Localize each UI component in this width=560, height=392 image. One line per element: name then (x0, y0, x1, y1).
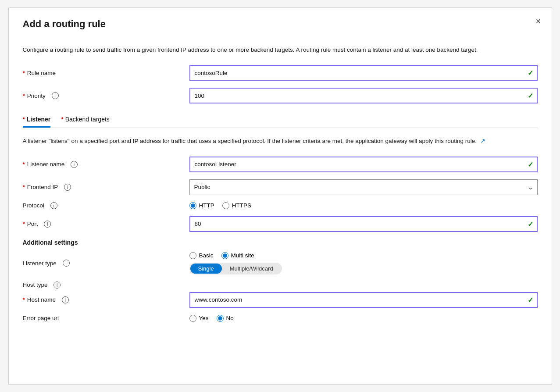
listener-type-info-icon[interactable]: i (63, 260, 70, 267)
error-page-no-option[interactable]: No (217, 315, 234, 322)
protocol-label: Protocol i (23, 202, 189, 209)
host-type-toggle-group: Single Multiple/Wildcard (189, 263, 282, 274)
dialog-description: Configure a routing rule to send traffic… (23, 46, 505, 54)
frontend-ip-row: * Frontend IP i Public Private ⌄ (23, 179, 538, 195)
priority-row: * Priority i ✓ (23, 88, 538, 103)
listener-type-basic-radio[interactable] (189, 252, 196, 259)
host-type-wildcard-button[interactable]: Multiple/Wildcard (222, 264, 281, 274)
port-checkmark: ✓ (528, 220, 533, 228)
frontend-ip-label: * Frontend IP i (23, 184, 189, 191)
additional-settings-section: Additional settings Listener type i Basi… (23, 239, 538, 322)
listener-type-basic-option[interactable]: Basic (189, 252, 214, 259)
external-link-icon[interactable]: ↗ (480, 138, 485, 144)
listener-type-multisite-radio[interactable] (221, 252, 228, 259)
tab-description: A listener "listens" on a specified port… (23, 137, 505, 146)
rule-name-input[interactable] (189, 65, 538, 81)
host-type-label-row: Host type i (23, 282, 538, 289)
protocol-info-icon[interactable]: i (50, 202, 57, 209)
listener-name-info-icon[interactable]: i (71, 161, 78, 168)
listener-name-checkmark: ✓ (528, 160, 533, 168)
listener-type-radio-group: Basic Multi site (189, 252, 538, 259)
port-input-wrapper: ✓ (189, 216, 538, 232)
tab-listener[interactable]: * Listener (23, 112, 51, 128)
frontend-ip-select[interactable]: Public Private (189, 179, 538, 195)
frontend-ip-info-icon[interactable]: i (64, 184, 71, 191)
priority-checkmark: ✓ (528, 92, 533, 100)
error-page-no-radio[interactable] (217, 315, 224, 322)
host-type-single-button[interactable]: Single (190, 264, 222, 274)
priority-input[interactable] (189, 88, 538, 103)
tabs-container: * Listener * Backend targets (23, 112, 538, 128)
priority-input-wrapper: ✓ (189, 88, 538, 103)
frontend-ip-select-wrapper: Public Private ⌄ (189, 179, 538, 195)
host-type-info-icon[interactable]: i (54, 282, 61, 289)
protocol-https-option[interactable]: HTTPS (222, 202, 251, 209)
listener-name-label: * Listener name i (23, 161, 189, 168)
protocol-radio-group: HTTP HTTPS (189, 202, 538, 209)
priority-info-icon[interactable]: i (52, 92, 59, 99)
listener-name-row: * Listener name i ✓ (23, 157, 538, 172)
add-routing-rule-dialog: Add a routing rule × Configure a routing… (8, 7, 552, 385)
listener-type-label: Listener type i (23, 260, 189, 267)
listener-type-row: Listener type i Basic Multi site Sing (23, 252, 538, 274)
port-row: * Port i ✓ (23, 216, 538, 232)
protocol-row: Protocol i HTTP HTTPS (23, 202, 538, 209)
host-name-input-wrapper: ✓ (189, 292, 538, 308)
error-page-url-row: Error page url Yes No (23, 315, 538, 322)
protocol-http-option[interactable]: HTTP (189, 202, 214, 209)
rule-name-row: * Rule name ✓ (23, 65, 538, 81)
listener-type-multisite-option[interactable]: Multi site (221, 252, 254, 259)
priority-label: * Priority i (23, 92, 189, 99)
host-name-info-icon[interactable]: i (62, 296, 69, 303)
rule-name-checkmark: ✓ (528, 69, 533, 77)
tab-backend-targets[interactable]: * Backend targets (61, 112, 110, 128)
host-name-label: * Host name i (23, 296, 189, 303)
rule-name-label: * Rule name (23, 70, 189, 76)
port-info-icon[interactable]: i (44, 221, 51, 228)
host-name-checkmark: ✓ (528, 296, 533, 304)
host-type-label: Host type i (23, 282, 189, 289)
dialog-title: Add a routing rule (23, 18, 106, 30)
listener-name-input-wrapper: ✓ (189, 157, 538, 172)
error-page-radio-group: Yes No (189, 315, 538, 322)
rule-name-input-wrapper: ✓ (189, 65, 538, 81)
host-name-row: * Host name i ✓ (23, 292, 538, 308)
error-page-yes-radio[interactable] (189, 315, 196, 322)
protocol-http-radio[interactable] (189, 202, 196, 209)
port-input[interactable] (189, 216, 538, 232)
host-name-input[interactable] (189, 292, 538, 308)
error-page-yes-option[interactable]: Yes (189, 315, 209, 322)
protocol-https-radio[interactable] (222, 202, 229, 209)
error-page-url-label: Error page url (23, 315, 189, 321)
additional-settings-title: Additional settings (23, 239, 538, 246)
port-label: * Port i (23, 221, 189, 228)
listener-type-controls: Basic Multi site Single Multiple/Wildcar… (189, 252, 538, 274)
close-button[interactable]: × (536, 17, 541, 25)
listener-name-input[interactable] (189, 157, 538, 172)
